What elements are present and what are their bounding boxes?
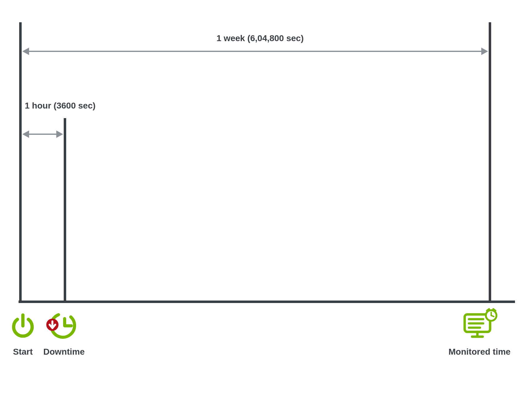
timeline-marker-start xyxy=(19,22,22,301)
dimension-hour-line xyxy=(28,134,58,135)
downtime-icon xyxy=(45,311,79,339)
dimension-week-line xyxy=(28,51,483,52)
dimension-week-arrow-right xyxy=(481,48,488,55)
dimension-hour-arrow-left xyxy=(22,130,29,138)
power-icon xyxy=(9,312,36,339)
label-hour-span: 1 hour (3600 sec) xyxy=(25,101,96,111)
svg-line-11 xyxy=(493,309,496,311)
timeline-marker-downtime xyxy=(64,118,66,301)
monitor-clock-icon xyxy=(461,307,499,339)
legend-downtime-label: Downtime xyxy=(43,347,85,357)
timeline-marker-end xyxy=(489,22,491,301)
diagram-canvas: 1 week (6,04,800 sec) 1 hour (3600 sec) … xyxy=(0,0,532,397)
legend-monitored-label: Monitored time xyxy=(448,347,511,357)
dimension-hour-arrow-right xyxy=(56,130,63,138)
legend-start-label: Start xyxy=(13,347,33,357)
label-week-span: 1 week (6,04,800 sec) xyxy=(217,33,304,43)
svg-line-10 xyxy=(487,309,489,311)
timeline-baseline xyxy=(19,301,515,303)
dimension-week-arrow-left xyxy=(22,48,29,55)
